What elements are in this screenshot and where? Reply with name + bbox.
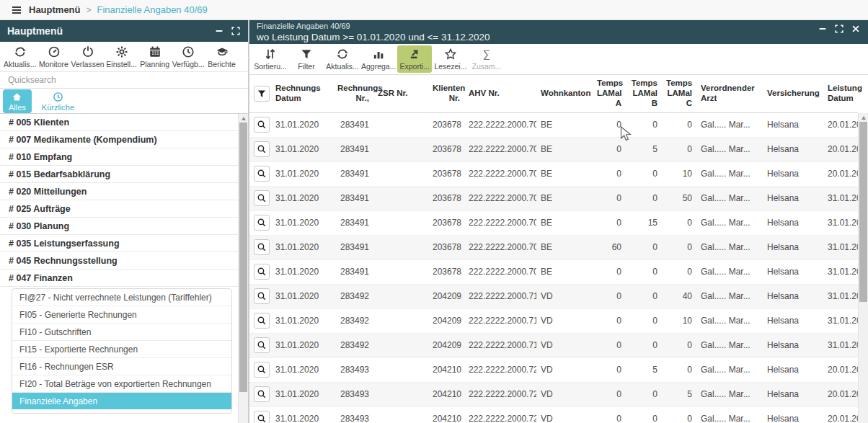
main-toolbar-button-lesezei[interactable]: Lesezei... [433,48,469,71]
cell-wohnkanton: BE [536,161,593,186]
row-detail-button[interactable] [254,411,270,423]
main-toolbar-button-filter[interactable]: Filter [288,48,324,71]
main-toolbar-button-zusam[interactable]: ∑Zusam... [469,48,505,71]
maximize-icon[interactable] [231,26,241,36]
sidebar-toolbar-button-aktualis[interactable]: Aktualis... [3,45,37,68]
row-detail-button[interactable] [254,313,270,329]
main-toolbar-button-aktualis[interactable]: Aktualis... [324,48,360,71]
breadcrumb-root[interactable]: Hauptmenü [29,4,81,15]
row-detail-cell [249,235,271,259]
sidebar-item-005-klienten[interactable]: # 005 Klienten [0,114,238,131]
column-header-verordnender-arzt[interactable]: Verordnender Arzt [696,75,763,112]
scrollbar-up-arrow-icon[interactable] [859,113,868,122]
row-detail-button[interactable] [254,264,270,280]
column-header-leistung-datum[interactable]: Leistung Datum [823,75,858,112]
sidebar-subitem-fi-27-nicht-verrechnete-leistungen-tariffehler[interactable]: FI@27 - Nicht verrechnete Leistungen (Ta… [12,289,231,306]
sidebar-item-010-empfang[interactable]: # 010 Empfang [0,148,238,166]
row-detail-cell [249,382,271,406]
main-toolbar-button-sortieru[interactable]: Sortieru... [252,48,288,71]
row-detail-button[interactable] [254,141,270,157]
row-detail-button[interactable] [254,362,270,378]
cell-verordnender-arzt: Gal..... Mar... [696,235,763,259]
breadcrumb-current[interactable]: Finanzielle Angaben 40/69 [97,4,208,15]
column-header-temps-lamal-b[interactable]: Temps LAMal B [626,75,662,112]
cell-leistung-datum: 31.01.2020 [823,284,858,308]
table-row: 31.01.2020283493204210222.2222.2000.72VD… [249,406,858,423]
quicksearch-input[interactable] [0,72,248,89]
cell-verordnender-arzt: Gal..... Mar... [696,333,763,357]
sidebar-subitem-fi10-gutschriften[interactable]: FI10 - Gutschriften [12,324,231,341]
sidebar-item-047-finanzen[interactable]: # 047 Finanzen [0,270,238,287]
column-header-temps-lamal-c[interactable]: Temps LAMal C [662,75,696,112]
row-detail-button[interactable] [254,337,270,353]
cell-temps-lamal-a: 0 [593,284,626,308]
sidebar-subitem-fi20-total-beträge-von-exportierten-rechnungen[interactable]: FI20 - Total Beträge von exportierten Re… [12,375,231,393]
cell-leistung-datum: 20.01.2020 [823,406,858,423]
cell-leistung-datum: 20.01.2020 [823,112,858,137]
minimize-icon[interactable] [818,24,828,34]
sidebar-toolbar-button-verlassen[interactable]: Verlassen [71,45,105,68]
sidebar-toolbar-button-planning[interactable]: Planning [138,45,172,68]
sidebar-item-007-medikamente-kompendium[interactable]: # 007 Medikamente (Kompendium) [0,131,238,148]
close-icon[interactable] [851,24,861,34]
sidebar-item-045-rechnungsstellung[interactable]: # 045 Rechnungsstellung [0,252,238,270]
cell-klienten-nr: 203678 [428,259,464,284]
scrollbar-thumb[interactable] [859,122,867,302]
main-toolbar-button-aggrega[interactable]: Aggrega... [360,48,397,71]
column-header-klienten-nr[interactable]: Klienten Nr. [428,75,464,112]
column-header-ahv-nr[interactable]: AHV Nr. [464,75,536,112]
row-detail-cell [249,259,271,284]
sidebar-toolbar-button-monitore[interactable]: Monitore [37,45,71,68]
cell-klienten-nr: 203678 [428,137,464,161]
hamburger-menu-icon[interactable] [10,4,23,16]
scrollbar-thumb[interactable] [239,123,247,392]
sidebar-subitem-fi05-generierte-rechnungen[interactable]: FI05 - Generierte Rechnungen [12,306,231,324]
sidebar-item-015-bedarfsabklärung[interactable]: # 015 Bedarfsabklärung [0,166,238,183]
column-header-rechnungs-nr[interactable]: Rechnungs Nr., [333,75,373,112]
cell-temps-lamal-a: 0 [593,186,626,210]
column-header-temps-lamal-a[interactable]: Temps LAMal A [593,75,626,112]
sidebar-item-035-leistungserfassung[interactable]: # 035 Leistungserfassung [0,235,238,252]
home-icon [12,92,22,102]
minimize-icon[interactable] [214,26,224,36]
row-detail-button[interactable] [254,215,270,231]
main-toolbar-button-exporti[interactable]: Exporti... [397,45,431,73]
column-header-rechnungs-datum[interactable]: Rechnungs Datum [271,75,333,112]
row-detail-button[interactable] [254,239,270,255]
sidebar-item-030-planung[interactable]: # 030 Planung [0,218,238,235]
row-detail-button[interactable] [254,166,270,182]
row-detail-button[interactable] [254,288,270,304]
row-detail-button[interactable] [254,117,270,133]
sidebar-scrollbar[interactable] [238,114,248,423]
grid-scrollbar[interactable] [858,113,868,423]
cell-rechnungs-datum: 31.01.2020 [271,161,333,186]
main-subtitle: wo Leistung Datum >= 01.01.2020 und <= 3… [257,32,490,43]
maximize-icon[interactable] [834,24,844,34]
sidebar-subitem-fi15-exportierte-rechnungen[interactable]: FI15 - Exportierte Rechnungen [12,341,231,358]
sidebar-subitem-fi16-rechnungen-esr[interactable]: FI16 - Rechnungen ESR [12,358,231,375]
toolbar-button-label: Aggrega... [361,62,396,71]
sidebar-item-020-mitteilungen[interactable]: # 020 Mitteilungen [0,183,238,200]
sidebar-toolbar-button-verfügb[interactable]: Verfügb... [172,45,205,68]
sidebar-toolbar-button-berichte[interactable]: Berichte [205,45,239,68]
cell-versicherung: Helsana [763,210,823,235]
column-header-versicherung[interactable]: Versicherung [763,75,823,112]
column-header-zsr-nr[interactable]: ZSR Nr. [373,75,428,112]
sidebar-item-025-aufträge[interactable]: # 025 Aufträge [0,200,238,218]
column-header-wohnkanton[interactable]: Wohnkanton [536,75,593,112]
tab-label: Alles [9,103,26,112]
cell-rechnungs-datum: 31.01.2020 [271,357,333,382]
scrollbar-up-arrow-icon[interactable] [239,114,248,123]
cell-verordnender-arzt: Gal..... Mar... [696,161,763,186]
sidebar-toolbar: Aktualis...MonitoreVerlassenEinstell...P… [0,42,248,72]
sidebar-toolbar-button-einstell[interactable]: Einstell... [105,45,138,68]
row-detail-button[interactable] [254,386,270,402]
row-detail-cell [249,137,271,161]
sidebar-subitem-finanzielle-angaben[interactable]: Finanzielle Angaben [12,393,231,409]
table-row: 31.01.2020283492204209222.2222.2000.71VD… [249,308,858,333]
tab-kürzliche[interactable]: Kürzliche [36,89,80,113]
sidebar-header: Hauptmenü [0,20,248,42]
tab-alles[interactable]: Alles [3,89,32,113]
row-detail-button[interactable] [254,190,270,206]
grid-filter-button[interactable] [254,86,270,102]
